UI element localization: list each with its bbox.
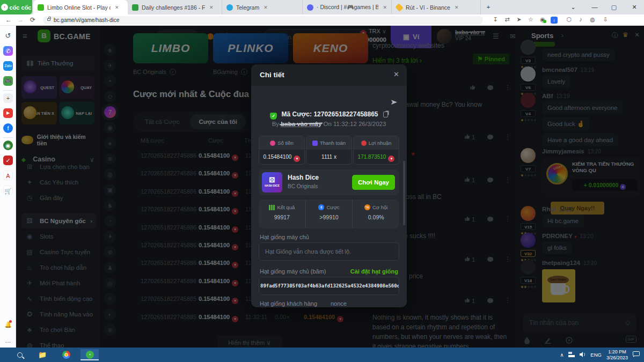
play-now-button[interactable]: Chơi Ngay — [352, 175, 395, 190]
taskbar-time: 1:20 PM — [608, 349, 626, 354]
translate-icon[interactable]: ⇄ — [503, 16, 511, 23]
tab-close-icon[interactable]: ✕ — [455, 5, 459, 10]
browser-tab-bar: ◔ cốc cốc Limbo Online Slot - Play onli … — [0, 0, 644, 14]
network-icon[interactable] — [568, 352, 575, 358]
tab-favicon — [38, 4, 44, 11]
taskbar-clock[interactable]: 1:20 PM 3/26/2023 — [606, 349, 628, 360]
maximize-button[interactable]: ▢ — [604, 0, 624, 14]
divider — [3, 137, 13, 138]
modal-close-icon[interactable]: ✕ — [393, 70, 399, 78]
bet-details-modal: Chi tiết ✕ ➤ ✓ Mã Cược: 1270265182274588… — [251, 64, 407, 307]
new-tab-button[interactable]: + — [482, 0, 495, 14]
bet-datetime: 11:32:12 26/3/2023 — [333, 121, 386, 127]
language-indicator[interactable]: ENG — [590, 352, 602, 358]
game-card: ⚄HASH DICE Hash Dice BC Originals Chơi N… — [259, 169, 399, 195]
tab-close-icon[interactable]: ✕ — [115, 5, 119, 10]
download-tray-icon[interactable]: ↧ — [491, 16, 500, 23]
taskbar-date: 3/26/2023 — [606, 355, 628, 360]
result-chart-icon — [269, 205, 275, 210]
result-col: Kết quả 99917 — [259, 200, 305, 228]
url-bar[interactable]: bc.game/vi/game/hash-dice — [43, 16, 483, 24]
check-app-icon[interactable]: ✓ — [3, 156, 13, 165]
bookmark-star-icon[interactable]: ☆ — [526, 16, 535, 23]
game-provider: BC Originals — [288, 183, 318, 189]
screen: ◔ cốc cốc Limbo Online Slot - Play onli … — [0, 0, 644, 362]
coccoc-brand[interactable]: ◔ cốc cốc — [0, 0, 32, 14]
add-shortcut-icon[interactable]: + — [3, 93, 13, 103]
downloads-icon[interactable]: ⇩ — [601, 16, 610, 23]
notification-bell-icon[interactable]: 🔔 — [3, 320, 13, 329]
facebook-icon[interactable]: f — [3, 123, 13, 133]
modal-scrollbar[interactable] — [403, 161, 405, 225]
bet-coin-icon: ¢ — [318, 204, 324, 210]
chrome-icon[interactable] — [57, 349, 75, 360]
result-bar: Kết quả 99917 ¢Cược >99910 %Cơ hội 0.09% — [259, 200, 399, 228]
video-download-icon[interactable]: ↓ — [551, 17, 558, 24]
browser-toolbar: ← → ⟳ bc.game/vi/game/hash-dice ↧ ⇄ ➤ ☆ … — [0, 14, 644, 26]
chance-col: %Cơ hội 0.09% — [352, 200, 399, 228]
moneybag-icon — [270, 141, 275, 146]
volume-icon[interactable] — [580, 352, 586, 358]
coccoc-taskbar-icon[interactable]: ◔ — [80, 349, 99, 360]
browser-tab-2[interactable]: Daily challenges #186 - Flash ✕ — [128, 0, 222, 14]
zalo-icon[interactable]: Zalo — [3, 61, 13, 71]
bet-username[interactable]: bxba vào mây — [281, 121, 321, 127]
youtube-icon[interactable]: ▶ — [3, 108, 13, 118]
browser-tab-3[interactable]: Telegram ✕ — [222, 0, 303, 14]
tab-title: Rút - Ví - Binance — [406, 4, 450, 11]
coccoc-logo-icon: ◔ — [1, 4, 8, 11]
hash-dice-thumbnail[interactable]: ⚄HASH DICE — [262, 172, 282, 193]
back-icon[interactable]: ← — [5, 16, 12, 24]
stat-payout: Thanh toán 1111 x — [306, 136, 352, 165]
tab-close-icon[interactable]: ✕ — [264, 5, 268, 10]
close-button[interactable]: ✕ — [625, 0, 644, 14]
tab-favicon — [395, 3, 404, 12]
tab-close-icon[interactable]: ✕ — [209, 5, 214, 10]
a-app-icon[interactable]: A — [3, 171, 13, 180]
share-icon[interactable]: ➤ — [390, 98, 398, 106]
wallet-icon — [312, 141, 318, 146]
taskbar-search-icon[interactable] — [11, 349, 29, 360]
more-icon[interactable]: … — [3, 336, 13, 345]
brand-label: cốc cốc — [10, 4, 32, 11]
server-seed-field[interactable]: Hạt Giống vẫn chưa được tiết lộ. — [259, 242, 399, 261]
trx-coin-icon: ▼ — [294, 156, 300, 162]
percent-icon: % — [364, 204, 370, 210]
browser-tab-4[interactable]: · Discord | #🎮games | BC G ✕ — [303, 0, 392, 14]
cart-app-icon[interactable]: 🛒 — [3, 186, 13, 195]
history-icon[interactable]: ↺ — [3, 31, 13, 41]
browser-tab-1[interactable]: Limbo Online Slot - Play onli ✕ — [33, 0, 128, 14]
media-icon[interactable]: ♪ — [576, 16, 585, 23]
forward-icon[interactable]: → — [17, 16, 24, 24]
action-center-icon[interactable] — [633, 351, 640, 358]
file-explorer-icon[interactable]: 📁 — [33, 349, 52, 360]
browser-tab-5[interactable]: Rút - Ví - Binance ✕ — [392, 0, 481, 14]
bet-byline: By bxba vào mây On 11:32:12 26/3/2023 — [251, 121, 407, 127]
tab-title: Telegram — [236, 4, 259, 11]
modal-title: Chi tiết — [260, 71, 284, 79]
tab-title: Limbo Online Slot - Play onli — [47, 4, 111, 11]
stat-amount: Số tiền 0.15484100▼ — [259, 136, 305, 165]
profit-icon — [361, 141, 367, 146]
tab-favicon — [226, 4, 233, 11]
shield-badge-icon[interactable]: ◉ — [538, 16, 547, 23]
sports-ball-icon[interactable]: ◉ — [3, 141, 13, 150]
copy-icon[interactable] — [383, 112, 388, 117]
profile-icon[interactable]: ◍ — [588, 16, 597, 23]
tab-close-icon[interactable]: ✕ — [383, 5, 387, 10]
games-icon[interactable]: 🎮 — [3, 76, 13, 86]
minimize-button[interactable]: — — [585, 0, 604, 14]
trx-coin-icon: ▼ — [388, 156, 394, 162]
messenger-icon[interactable]: ✆ — [3, 46, 13, 56]
tab-favicon — [132, 4, 138, 11]
stat-profit: Lợi nhuận 171.873510▼ — [353, 136, 399, 165]
tab-search-icon[interactable]: ⌄ — [564, 0, 583, 14]
share-icon[interactable]: ➤ — [515, 16, 523, 23]
divider — [3, 90, 13, 91]
extensions-icon[interactable]: ⬡ — [565, 16, 573, 23]
game-name: Hash Dice — [288, 174, 319, 181]
server-seed-hash-field[interactable]: 89fad5f77305f03af4b63afd132625a4532e4384… — [259, 277, 399, 295]
seed-settings-link[interactable]: Cài đặt hạt giống — [350, 268, 398, 275]
tray-expand-icon[interactable]: ∧ — [560, 352, 564, 358]
reload-icon[interactable]: ⟳ — [30, 16, 35, 24]
